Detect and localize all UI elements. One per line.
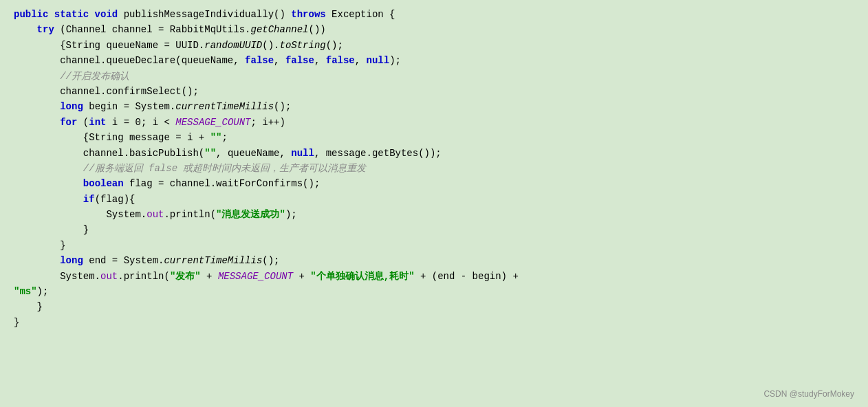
code-line: {String message = i + ""; [14, 130, 854, 145]
code-line: long end = System.currentTimeMillis(); [14, 253, 854, 268]
code-line: } [14, 222, 854, 237]
code-line: channel.confirmSelect(); [14, 84, 854, 99]
code-line: try (Channel channel = RabbitMqUtils.get… [14, 22, 854, 37]
code-line: } [14, 315, 854, 330]
code-line: //开启发布确认 [14, 69, 854, 84]
code-block: public static void publishMessageIndivid… [0, 0, 868, 407]
code-line: long begin = System.currentTimeMillis(); [14, 99, 854, 114]
code-content: public static void publishMessageIndivid… [14, 7, 854, 330]
code-line: channel.basicPublish("", queueName, null… [14, 146, 854, 161]
watermark: CSDN @studyForMokey [763, 389, 854, 399]
code-line: } [14, 238, 854, 253]
code-line: "ms"); [14, 284, 854, 299]
code-line: for (int i = 0; i < MESSAGE_COUNT; i++) [14, 115, 854, 130]
code-line: if(flag){ [14, 192, 854, 207]
code-line: channel.queueDeclare(queueName, false, f… [14, 53, 854, 68]
code-line: public static void publishMessageIndivid… [14, 7, 854, 22]
code-line: boolean flag = channel.waitForConfirms()… [14, 176, 854, 191]
code-line: System.out.println("发布" + MESSAGE_COUNT … [14, 269, 854, 284]
code-line: //服务端返回 false 或超时时间内未返回，生产者可以消息重发 [14, 161, 854, 176]
code-line: {String queueName = UUID.randomUUID().to… [14, 38, 854, 53]
code-line: System.out.println("消息发送成功"); [14, 207, 854, 222]
code-line: } [14, 299, 854, 314]
